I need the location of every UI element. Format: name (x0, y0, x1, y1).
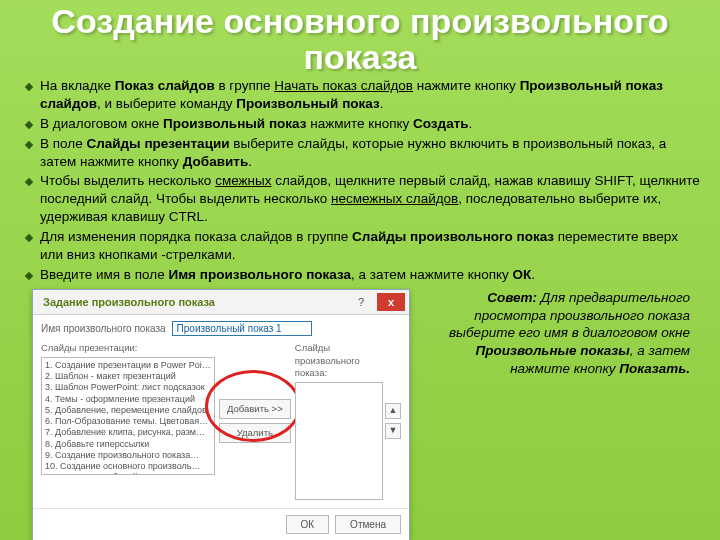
list-item[interactable]: 11. Номер: выгибатый к диаграмме (45, 472, 211, 475)
list-item[interactable]: 5. Добавление, перемещение слайдов (45, 405, 211, 416)
list-item[interactable]: 2. Шаблон - макет презентаций (45, 371, 211, 382)
left-list-caption: Слайды презентации: (41, 342, 215, 355)
right-listbox[interactable] (295, 382, 383, 500)
tip-text: Совет: Для предварительного просмотра пр… (418, 289, 690, 377)
close-icon[interactable]: x (377, 293, 405, 311)
list-item[interactable]: 8. Добавьте гиперссылки (45, 439, 211, 450)
instruction-item: На вкладке Показ слайдов в группе Начать… (26, 77, 702, 113)
move-down-button[interactable]: ▼ (385, 423, 401, 439)
list-item[interactable]: 9. Создание произвольного показа… (45, 450, 211, 461)
title-line2: показа (16, 40, 704, 76)
instruction-item: В диалоговом окне Произвольный показ наж… (26, 115, 702, 133)
page-title: Создание основного произвольного показа (0, 0, 720, 77)
name-label: Имя произвольного показа (41, 322, 166, 335)
list-item[interactable]: 3. Шаблон PowerPoint: лист подсказок (45, 382, 211, 393)
cancel-button[interactable]: Отмена (335, 515, 401, 534)
list-item[interactable]: 6. Пол-Образование темы. Цветовая… (45, 416, 211, 427)
list-item[interactable]: 7. Добавление клипа, рисунка, разм… (45, 427, 211, 438)
instruction-item: Чтобы выделить несколько смежных слайдов… (26, 172, 702, 225)
dialog-title: Задание произвольного показа (43, 295, 215, 310)
title-line1: Создание основного произвольного (51, 2, 668, 40)
list-item[interactable]: 1. Создание презентации в Power Poi… (45, 360, 211, 371)
remove-button[interactable]: Удалить (219, 423, 291, 443)
move-up-button[interactable]: ▲ (385, 403, 401, 419)
instruction-list: На вкладке Показ слайдов в группе Начать… (26, 77, 702, 283)
help-icon[interactable]: ? (347, 293, 375, 311)
left-listbox[interactable]: 1. Создание презентации в Power Poi…2. Ш… (41, 357, 215, 475)
list-item[interactable]: 10. Создание основного произволь… (45, 461, 211, 472)
list-item[interactable]: 4. Темы - оформление презентаций (45, 394, 211, 405)
dialog-custom-show: Задание произвольного показа ? x Имя про… (32, 289, 410, 540)
right-list-caption: Слайды произвольного показа: (295, 342, 383, 380)
instruction-item: Введите имя в поле Имя произвольного пок… (26, 266, 702, 284)
ok-button[interactable]: ОК (286, 515, 330, 534)
add-button[interactable]: Добавить >> (219, 399, 291, 419)
dialog-titlebar: Задание произвольного показа ? x (33, 290, 409, 315)
name-input[interactable] (172, 321, 312, 336)
instruction-item: Для изменения порядка показа слайдов в г… (26, 228, 702, 264)
instruction-item: В поле Слайды презентации выберите слайд… (26, 135, 702, 171)
